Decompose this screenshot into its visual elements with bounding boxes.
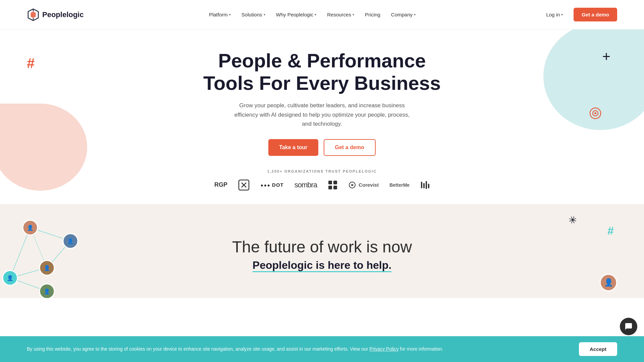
hero-plus-icon: + bbox=[602, 50, 610, 64]
hero-pink-shape bbox=[0, 104, 87, 191]
trust-logo-sombra: sombra bbox=[294, 181, 317, 189]
svg-rect-18 bbox=[428, 184, 429, 188]
nav-links: Platform ▾ Solutions ▾ Why Peoplelogic ▾… bbox=[205, 9, 420, 20]
nav-solutions[interactable]: Solutions ▾ bbox=[237, 9, 269, 20]
nav-platform[interactable]: Platform ▾ bbox=[205, 9, 235, 20]
trust-logo-dot: ⬥⬥⬥ DOT bbox=[260, 182, 284, 188]
future-subtitle: Peoplelogic is here to help. bbox=[232, 259, 412, 272]
svg-point-6 bbox=[594, 112, 596, 114]
svg-rect-13 bbox=[333, 186, 337, 189]
logo-icon bbox=[27, 8, 40, 21]
trust-logos: RGP ⬥⬥⬥ DOT sombra bbox=[214, 179, 430, 191]
nav-why-peoplelogic[interactable]: Why Peoplelogic ▾ bbox=[272, 9, 321, 20]
network-illustration: 👤 👤 👤 👤 👤 bbox=[0, 211, 114, 298]
section2-hash-icon: # bbox=[607, 224, 614, 237]
chevron-down-icon: ▾ bbox=[561, 13, 563, 16]
section2-avatar: 👤 bbox=[600, 274, 617, 291]
brand-name: Peoplelogic bbox=[42, 10, 84, 19]
get-demo-hero-button[interactable]: Get a demo bbox=[324, 139, 376, 156]
trust-logo-betterme: BetterMe bbox=[389, 182, 410, 188]
nav-company[interactable]: Company ▾ bbox=[387, 9, 420, 20]
hero-spiral-icon bbox=[589, 107, 602, 121]
future-text: The future of work is now Peoplelogic is… bbox=[232, 237, 412, 272]
trust-logo-rgp: RGP bbox=[214, 181, 227, 188]
svg-text:👤: 👤 bbox=[44, 288, 50, 295]
nav-pricing[interactable]: Pricing bbox=[361, 9, 384, 20]
svg-rect-17 bbox=[426, 181, 427, 189]
section2-star-icon: ✳ bbox=[567, 213, 579, 227]
hero-buttons: Take a tour Get a demo bbox=[268, 139, 375, 156]
future-section: 👤 👤 👤 👤 👤 The future of work is now Peop… bbox=[0, 204, 644, 298]
svg-text:👤: 👤 bbox=[67, 238, 74, 244]
svg-text:👤: 👤 bbox=[44, 265, 50, 271]
svg-rect-15 bbox=[421, 182, 422, 188]
trust-logo-bars bbox=[420, 180, 430, 190]
chevron-down-icon: ▾ bbox=[414, 13, 416, 16]
trust-logo-grid bbox=[328, 180, 338, 190]
svg-line-22 bbox=[10, 228, 30, 278]
trust-logo-corevist: Corevist bbox=[348, 181, 379, 189]
hero-title: People & Performance Tools For Every Bus… bbox=[203, 50, 441, 94]
trust-section: 1,200+ ORGANIZATIONS TRUST PEOPLELOGIC R… bbox=[214, 169, 430, 191]
svg-rect-12 bbox=[328, 186, 332, 189]
svg-text:👤: 👤 bbox=[27, 225, 34, 231]
svg-marker-1 bbox=[31, 11, 36, 18]
hero-section: # + People & Performance Tools For Every… bbox=[0, 29, 644, 204]
future-title: The future of work is now bbox=[232, 237, 412, 257]
nav-actions: Log in ▾ Get a demo bbox=[541, 8, 617, 21]
get-demo-nav-button[interactable]: Get a demo bbox=[574, 8, 617, 21]
svg-rect-16 bbox=[423, 183, 425, 188]
hero-subtitle: Grow your people, cultivate better leade… bbox=[231, 101, 413, 128]
login-button[interactable]: Log in ▾ bbox=[541, 9, 568, 20]
future-link: here to help bbox=[328, 259, 388, 272]
svg-rect-10 bbox=[328, 181, 332, 184]
chevron-down-icon: ▾ bbox=[353, 13, 354, 16]
hero-hash-icon: # bbox=[27, 56, 35, 70]
navbar: Peoplelogic Platform ▾ Solutions ▾ Why P… bbox=[0, 0, 644, 29]
trust-logo-icon1 bbox=[238, 179, 250, 191]
svg-text:👤: 👤 bbox=[7, 275, 13, 281]
nav-resources[interactable]: Resources ▾ bbox=[323, 9, 358, 20]
chevron-down-icon: ▾ bbox=[315, 13, 316, 16]
take-tour-button[interactable]: Take a tour bbox=[268, 139, 318, 156]
chevron-down-icon: ▾ bbox=[229, 13, 231, 16]
svg-rect-11 bbox=[333, 181, 337, 184]
trust-label: 1,200+ ORGANIZATIONS TRUST PEOPLELOGIC bbox=[214, 169, 430, 173]
chevron-down-icon: ▾ bbox=[264, 13, 265, 16]
logo[interactable]: Peoplelogic bbox=[27, 8, 84, 21]
